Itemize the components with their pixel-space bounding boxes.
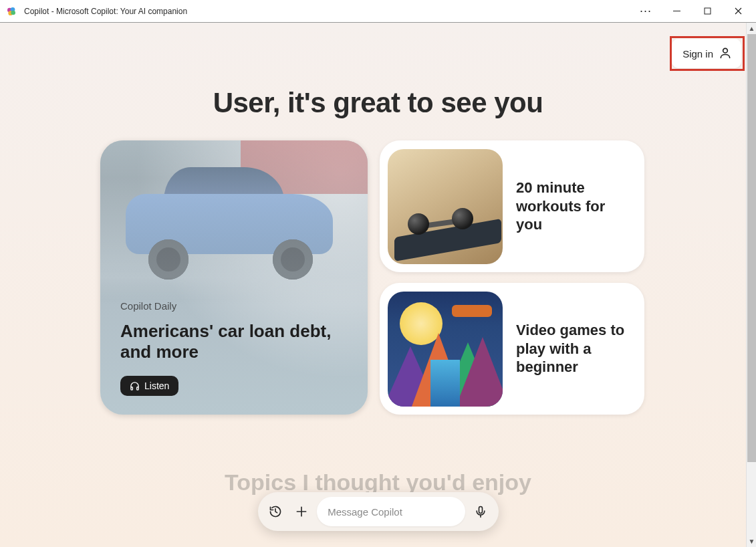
- compose-bar: [258, 492, 499, 531]
- vertical-scrollbar[interactable]: ▲ ▼: [746, 23, 756, 547]
- scrollbar-thumb[interactable]: [747, 34, 756, 462]
- copilot-daily-card[interactable]: Copilot Daily Americans' car loan debt, …: [100, 140, 368, 415]
- sign-in-label: Sign in: [682, 48, 713, 60]
- voice-input-button[interactable]: [469, 498, 491, 525]
- minimize-button[interactable]: [661, 1, 692, 22]
- window-title: Copilot - Microsoft Copilot: Your AI com…: [24, 7, 187, 16]
- message-input[interactable]: [317, 497, 465, 526]
- svg-rect-6: [131, 387, 133, 389]
- svg-point-5: [723, 48, 728, 53]
- window-titlebar: Copilot - Microsoft Copilot: Your AI com…: [0, 0, 756, 23]
- svg-rect-8: [479, 507, 482, 514]
- hero-kicker: Copilot Daily: [120, 300, 348, 312]
- suggestion-card-workouts[interactable]: 20 minute workouts for you: [380, 140, 644, 272]
- listen-button[interactable]: Listen: [120, 376, 178, 396]
- workout-thumbnail: [388, 149, 503, 264]
- more-options-button[interactable]: ···: [630, 1, 661, 22]
- add-button[interactable]: [291, 498, 313, 525]
- content-viewport: Sign in User, it's great to see you: [0, 23, 756, 547]
- scroll-down-arrow[interactable]: ▼: [747, 536, 756, 547]
- listen-label: Listen: [144, 380, 169, 391]
- headphones-icon: [130, 381, 140, 391]
- suggestion-card-video-games[interactable]: Video games to play with a beginner: [380, 283, 644, 415]
- sign-in-button[interactable]: Sign in: [672, 39, 741, 68]
- hero-headline: Americans' car loan debt, and more: [120, 321, 348, 362]
- svg-rect-4: [705, 8, 711, 14]
- user-icon: [719, 46, 732, 62]
- close-button[interactable]: [723, 1, 753, 22]
- maximize-button[interactable]: [692, 1, 723, 22]
- greeting-heading: User, it's great to see you: [0, 87, 756, 119]
- history-button[interactable]: [265, 498, 287, 525]
- suggestion-title: 20 minute workouts for you: [516, 179, 632, 234]
- scroll-up-arrow[interactable]: ▲: [747, 23, 756, 34]
- svg-point-3: [11, 10, 15, 15]
- svg-rect-7: [137, 387, 139, 389]
- suggestion-title: Video games to play with a beginner: [516, 321, 632, 376]
- videogame-thumbnail: [388, 292, 503, 407]
- copilot-logo-icon: [5, 5, 17, 17]
